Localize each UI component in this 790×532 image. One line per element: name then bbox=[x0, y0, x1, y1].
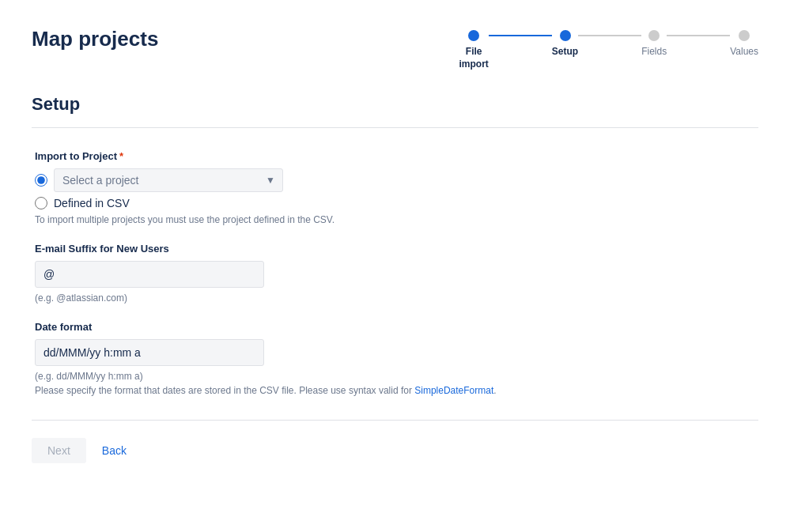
step-dot-setup bbox=[560, 30, 571, 41]
step-setup: Setup bbox=[552, 30, 578, 58]
step-fields: Fields bbox=[641, 30, 667, 58]
footer-divider bbox=[32, 420, 758, 421]
project-select[interactable]: Select a project bbox=[54, 168, 283, 192]
email-suffix-field-group: E-mail Suffix for New Users (e.g. @atlas… bbox=[35, 243, 755, 304]
stepper: Fileimport Setup Fields Values bbox=[459, 30, 758, 70]
section-title: Setup bbox=[32, 94, 758, 115]
step-label-fields: Fields bbox=[641, 46, 667, 58]
date-format-input[interactable] bbox=[35, 339, 264, 366]
next-button[interactable]: Next bbox=[32, 438, 86, 463]
radio-csv-hint: To import multiple projects you must use… bbox=[35, 214, 755, 225]
page-title: Map projects bbox=[32, 27, 158, 51]
step-dot-fields bbox=[648, 30, 660, 41]
email-suffix-input[interactable] bbox=[35, 261, 264, 288]
import-project-label: Import to Project * bbox=[35, 150, 755, 162]
step-file-import: Fileimport bbox=[459, 30, 488, 70]
email-suffix-hint: (e.g. @atlassian.com) bbox=[35, 292, 755, 304]
page-wrapper: Map projects Fileimport Setup Fields bbox=[0, 0, 790, 532]
required-star: * bbox=[119, 150, 123, 162]
step-connector-2 bbox=[578, 35, 641, 36]
date-format-example-hint: (e.g. dd/MMM/yy h:mm a) bbox=[35, 371, 755, 382]
step-label-values: Values bbox=[730, 46, 758, 58]
section-divider bbox=[32, 127, 758, 128]
header: Map projects Fileimport Setup Fields bbox=[32, 24, 758, 70]
step-connector-3 bbox=[667, 35, 730, 36]
step-dot-values bbox=[739, 30, 750, 41]
radio-select-project-input[interactable] bbox=[35, 174, 47, 187]
radio-defined-csv-input[interactable] bbox=[35, 197, 47, 209]
step-label-setup: Setup bbox=[552, 46, 578, 58]
radio-defined-csv-label: Defined in CSV bbox=[54, 197, 130, 209]
step-connector-1 bbox=[489, 35, 552, 36]
step-label-file-import: Fileimport bbox=[459, 46, 488, 70]
step-dot-file-import bbox=[468, 30, 479, 41]
project-select-wrapper[interactable]: Select a project ▼ bbox=[54, 168, 283, 192]
import-project-field-group: Import to Project * Select a project ▼ D… bbox=[35, 150, 755, 225]
footer-actions: Next Back bbox=[32, 438, 758, 463]
radio-defined-csv[interactable]: Defined in CSV bbox=[35, 197, 755, 209]
back-button[interactable]: Back bbox=[102, 444, 127, 457]
email-suffix-label: E-mail Suffix for New Users bbox=[35, 243, 755, 255]
date-format-description: Please specify the format that dates are… bbox=[35, 385, 755, 396]
step-values: Values bbox=[730, 30, 758, 58]
date-format-field-group: Date format (e.g. dd/MMM/yy h:mm a) Plea… bbox=[35, 321, 755, 396]
radio-select-project[interactable]: Select a project ▼ bbox=[35, 168, 755, 192]
date-format-label: Date format bbox=[35, 321, 755, 333]
simple-date-format-link[interactable]: SimpleDateFormat bbox=[414, 385, 493, 396]
form-section: Import to Project * Select a project ▼ D… bbox=[32, 150, 758, 396]
